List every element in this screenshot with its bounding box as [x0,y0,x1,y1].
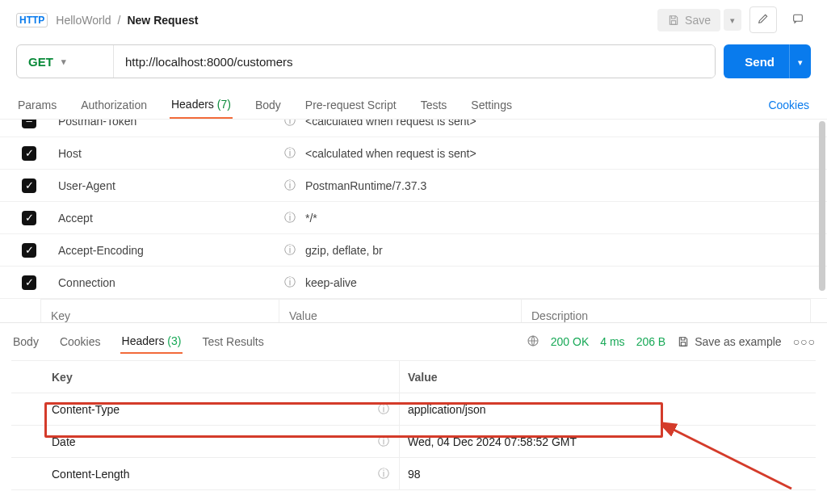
info-icon[interactable]: ⓘ [284,243,305,258]
tab-authorization[interactable]: Authorization [79,92,149,118]
resp-header-key: Content-Type [52,403,378,416]
resp-tab-headers-label: Headers [122,334,165,347]
comment-icon [791,12,804,25]
send-group: Send ▾ [724,44,811,78]
table-row: Postman-Token ⓘ <calculated when request… [0,120,827,137]
tab-headers-count: (7) [217,98,231,111]
info-icon[interactable]: ⓘ [284,211,305,225]
header-value[interactable]: PostmanRuntime/7.37.3 [305,179,827,192]
breadcrumb-parent[interactable]: HelloWorld [56,14,111,27]
header-key[interactable]: Host [58,147,284,160]
save-example-button[interactable]: Save as example [677,335,781,348]
tab-body[interactable]: Body [254,92,283,118]
checkbox[interactable] [22,211,36,225]
status-code: 200 OK [551,335,589,348]
info-icon[interactable]: ⓘ [284,146,305,161]
request-headers-area: Postman-Token ⓘ <calculated when request… [0,120,827,323]
header-value-input[interactable] [279,300,522,323]
save-dropdown-button[interactable]: ▾ [724,9,741,31]
checkbox[interactable] [22,178,36,193]
header-key-input[interactable] [41,300,279,323]
tab-prerequest[interactable]: Pre-request Script [304,92,398,118]
http-badge: HTTP [16,13,48,27]
request-tabs: Params Authorization Headers (7) Body Pr… [0,88,827,120]
breadcrumb: HelloWorld / New Request [56,14,198,27]
chevron-down-icon: ▾ [730,15,735,25]
header-value[interactable]: */* [305,212,827,225]
header-key[interactable]: Postman-Token [58,120,284,128]
checkbox[interactable] [22,243,36,258]
checkbox[interactable] [22,146,36,161]
request-row: GET ▾ Send ▾ [0,40,827,88]
header-value[interactable]: gzip, deflate, br [305,244,827,257]
scrollbar-thumb[interactable] [819,121,825,291]
save-example-label: Save as example [695,335,781,348]
table-row: Accept-Encoding ⓘ gzip, deflate, br [0,234,827,267]
response-meta: 200 OK 4 ms 206 B Save as example ○○○ [527,334,816,350]
table-row: Content-Typeⓘ application/json [11,393,816,426]
chevron-down-icon: ▾ [61,57,66,67]
info-icon[interactable]: ⓘ [378,435,399,449]
table-row: Host ⓘ <calculated when request is sent> [0,137,827,170]
resp-headers-count: (3) [167,334,181,347]
header-key[interactable]: Accept-Encoding [58,244,284,257]
url-group: GET ▾ [16,44,716,78]
header-value[interactable]: <calculated when request is sent> [305,147,827,160]
svg-rect-3 [682,342,686,346]
resp-tab-cookies[interactable]: Cookies [58,330,103,353]
resp-header-value: 98 [408,468,421,481]
header-key[interactable]: Connection [58,276,284,289]
info-icon[interactable]: ⓘ [284,275,305,290]
chevron-down-icon: ▾ [798,57,803,67]
header-key[interactable]: User-Agent [58,179,284,192]
header-key[interactable]: Accept [58,212,284,225]
info-icon[interactable]: ⓘ [378,402,399,417]
header-value[interactable]: keep-alive [305,276,827,289]
col-value: Value [399,361,816,393]
cookies-link[interactable]: Cookies [766,92,811,118]
info-icon[interactable]: ⓘ [284,120,305,128]
breadcrumb-sep: / [118,14,121,27]
more-menu-button[interactable]: ○○○ [793,335,816,348]
resp-tab-testresults[interactable]: Test Results [200,330,265,353]
table-row: Accept ⓘ */* [0,202,827,234]
response-size: 206 B [636,335,666,348]
save-button[interactable]: Save [657,9,720,32]
tab-params[interactable]: Params [16,92,58,118]
svg-rect-1 [794,15,803,21]
checkbox[interactable] [22,275,36,290]
resp-header-value: Wed, 04 Dec 2024 07:58:52 GMT [408,435,577,448]
resp-tab-headers[interactable]: Headers (3) [120,330,183,354]
edit-button[interactable] [749,6,777,33]
method-select[interactable]: GET ▾ [17,45,114,78]
globe-icon[interactable] [527,334,539,350]
col-key: Key [11,371,399,384]
comments-button[interactable] [785,7,811,32]
response-header-columns: Key Value [11,361,816,393]
resp-header-value: application/json [408,403,486,416]
tab-tests[interactable]: Tests [419,92,449,118]
tab-settings[interactable]: Settings [469,92,514,118]
info-icon[interactable]: ⓘ [378,467,399,481]
checkbox-indeterminate[interactable] [22,120,36,128]
tab-headers[interactable]: Headers (7) [170,91,233,119]
resp-tab-body[interactable]: Body [11,330,40,353]
send-dropdown-button[interactable]: ▾ [789,44,811,78]
send-button[interactable]: Send [724,44,796,78]
url-input[interactable] [114,45,715,78]
header-value[interactable]: <calculated when request is sent> [305,120,827,128]
header-desc-input[interactable] [522,300,810,323]
svg-rect-0 [671,20,675,24]
resp-header-key: Content-Length [52,468,378,481]
breadcrumb-current: New Request [127,14,198,27]
table-row: User-Agent ⓘ PostmanRuntime/7.37.3 [0,170,827,202]
method-label: GET [28,55,53,69]
save-icon [667,14,680,27]
pencil-icon [757,12,770,25]
tab-headers-label: Headers [171,98,214,111]
table-row: Content-Lengthⓘ 98 [11,458,816,490]
info-icon[interactable]: ⓘ [284,178,305,193]
resp-header-key: Date [52,435,378,448]
header-input-row [40,299,811,323]
table-row: Connection ⓘ keep-alive [0,267,827,299]
